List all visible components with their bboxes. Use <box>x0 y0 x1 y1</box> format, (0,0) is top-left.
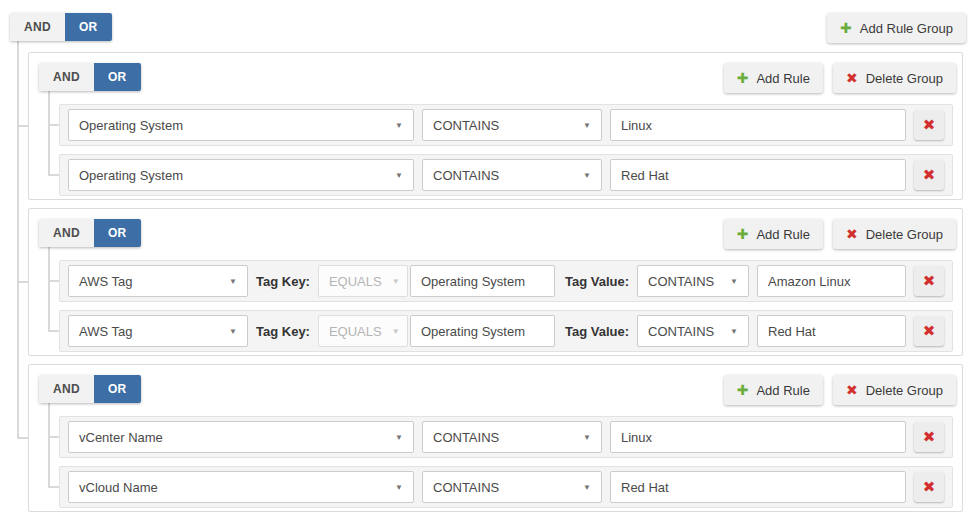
chevron-down-icon: ▼ <box>583 171 591 180</box>
add-rule-label: Add Rule <box>756 71 809 86</box>
group-actions: ✚ Add Rule ✖ Delete Group <box>724 63 956 93</box>
field-select-value: vCloud Name <box>79 480 158 495</box>
group-and-button[interactable]: AND <box>39 219 94 247</box>
rule-row: Operating System ▼ CONTAINS ▼ ✖ <box>59 154 953 196</box>
root-and-or-toggle: AND OR <box>10 13 112 41</box>
operator-select-value: CONTAINS <box>433 168 499 183</box>
delete-rule-button[interactable]: ✖ <box>914 472 944 502</box>
group-actions: ✚ Add Rule ✖ Delete Group <box>724 219 956 249</box>
group-or-button[interactable]: OR <box>94 375 141 403</box>
delete-group-label: Delete Group <box>866 383 943 398</box>
tag-value-label: Tag Value: <box>565 324 629 339</box>
chevron-down-icon: ▼ <box>395 433 403 442</box>
operator-select[interactable]: CONTAINS ▼ <box>422 109 602 141</box>
delete-rule-button[interactable]: ✖ <box>914 316 944 346</box>
delete-group-button[interactable]: ✖ Delete Group <box>833 63 956 93</box>
chevron-down-icon: ▼ <box>730 277 738 286</box>
value-input[interactable] <box>610 159 906 191</box>
operator-select[interactable]: CONTAINS ▼ <box>422 421 602 453</box>
add-rule-group-button[interactable]: ✚ Add Rule Group <box>827 13 966 43</box>
field-select[interactable]: AWS Tag ▼ <box>68 315 248 347</box>
group-and-button[interactable]: AND <box>39 63 94 91</box>
field-select-value: AWS Tag <box>79 324 132 339</box>
connector-line <box>48 247 50 332</box>
operator-select[interactable]: CONTAINS ▼ <box>422 471 602 503</box>
x-icon: ✖ <box>923 478 936 496</box>
connector-line <box>17 40 19 439</box>
value-input[interactable] <box>610 109 906 141</box>
root-or-button[interactable]: OR <box>65 13 112 41</box>
delete-rule-button[interactable]: ✖ <box>914 266 944 296</box>
chevron-down-icon: ▼ <box>395 171 403 180</box>
chevron-down-icon: ▼ <box>395 121 403 130</box>
rule-group-1: AND OR ✚ Add Rule ✖ Delete Group Operati… <box>28 52 963 200</box>
rule-row: AWS Tag ▼ Tag Key: EQUALS ▼ Tag Value: C… <box>59 260 953 302</box>
rule-group-3: AND OR ✚ Add Rule ✖ Delete Group vCenter… <box>28 364 963 512</box>
group-and-or-toggle: AND OR <box>39 219 141 247</box>
delete-group-button[interactable]: ✖ Delete Group <box>833 219 956 249</box>
chevron-down-icon: ▼ <box>395 483 403 492</box>
chevron-down-icon: ▼ <box>392 277 400 286</box>
add-rule-group-label: Add Rule Group <box>860 21 953 36</box>
group-header: AND OR ✚ Add Rule ✖ Delete Group <box>29 53 962 93</box>
plus-icon: ✚ <box>840 21 852 35</box>
operator-select[interactable]: CONTAINS ▼ <box>422 159 602 191</box>
rule-builder: AND OR ✚ Add Rule Group AND OR ✚ Add Rul… <box>0 0 972 527</box>
add-rule-button[interactable]: ✚ Add Rule <box>724 63 823 93</box>
operator-select-value: CONTAINS <box>433 480 499 495</box>
x-icon: ✖ <box>923 322 936 340</box>
field-select[interactable]: Operating System ▼ <box>68 109 414 141</box>
delete-rule-button[interactable]: ✖ <box>914 160 944 190</box>
rule-row: vCloud Name ▼ CONTAINS ▼ ✖ <box>59 466 953 508</box>
tag-key-operator-value: EQUALS <box>329 274 382 289</box>
group-and-or-toggle: AND OR <box>39 375 141 403</box>
group-actions: ✚ Add Rule ✖ Delete Group <box>724 375 956 405</box>
add-rule-label: Add Rule <box>756 383 809 398</box>
field-select-value: AWS Tag <box>79 274 132 289</box>
x-icon: ✖ <box>923 272 936 290</box>
tag-value-operator-select[interactable]: CONTAINS ▼ <box>637 265 749 297</box>
tag-key-label: Tag Key: <box>256 324 310 339</box>
value-input[interactable] <box>610 471 906 503</box>
add-rule-button[interactable]: ✚ Add Rule <box>724 219 823 249</box>
delete-group-label: Delete Group <box>866 71 943 86</box>
add-rule-button[interactable]: ✚ Add Rule <box>724 375 823 405</box>
field-select[interactable]: vCenter Name ▼ <box>68 421 414 453</box>
delete-rule-button[interactable]: ✖ <box>914 110 944 140</box>
x-icon: ✖ <box>846 383 858 397</box>
field-select[interactable]: Operating System ▼ <box>68 159 414 191</box>
tag-value-input[interactable] <box>757 315 906 347</box>
group-and-button[interactable]: AND <box>39 375 94 403</box>
tag-value-operator-value: CONTAINS <box>648 324 714 339</box>
field-select[interactable]: AWS Tag ▼ <box>68 265 248 297</box>
top-bar: AND OR ✚ Add Rule Group <box>0 0 972 43</box>
root-and-button[interactable]: AND <box>10 13 65 41</box>
x-icon: ✖ <box>923 166 936 184</box>
tag-value-operator-value: CONTAINS <box>648 274 714 289</box>
tag-value-operator-select[interactable]: CONTAINS ▼ <box>637 315 749 347</box>
chevron-down-icon: ▼ <box>229 327 237 336</box>
chevron-down-icon: ▼ <box>583 433 591 442</box>
connector-line <box>48 91 50 176</box>
tag-key-operator-select: EQUALS ▼ <box>318 265 408 297</box>
delete-rule-button[interactable]: ✖ <box>914 422 944 452</box>
delete-group-button[interactable]: ✖ Delete Group <box>833 375 956 405</box>
operator-select-value: CONTAINS <box>433 118 499 133</box>
field-select[interactable]: vCloud Name ▼ <box>68 471 414 503</box>
field-select-value: vCenter Name <box>79 430 163 445</box>
plus-icon: ✚ <box>737 227 749 241</box>
x-icon: ✖ <box>846 227 858 241</box>
group-or-button[interactable]: OR <box>94 63 141 91</box>
tag-value-input[interactable] <box>757 265 906 297</box>
chevron-down-icon: ▼ <box>730 327 738 336</box>
tag-key-input[interactable] <box>410 315 555 347</box>
add-rule-label: Add Rule <box>756 227 809 242</box>
rule-row: vCenter Name ▼ CONTAINS ▼ ✖ <box>59 416 953 458</box>
field-select-value: Operating System <box>79 168 183 183</box>
tag-key-input[interactable] <box>410 265 555 297</box>
value-input[interactable] <box>610 421 906 453</box>
tag-key-operator-select: EQUALS ▼ <box>318 315 408 347</box>
group-or-button[interactable]: OR <box>94 219 141 247</box>
x-icon: ✖ <box>923 428 936 446</box>
group-and-or-toggle: AND OR <box>39 63 141 91</box>
